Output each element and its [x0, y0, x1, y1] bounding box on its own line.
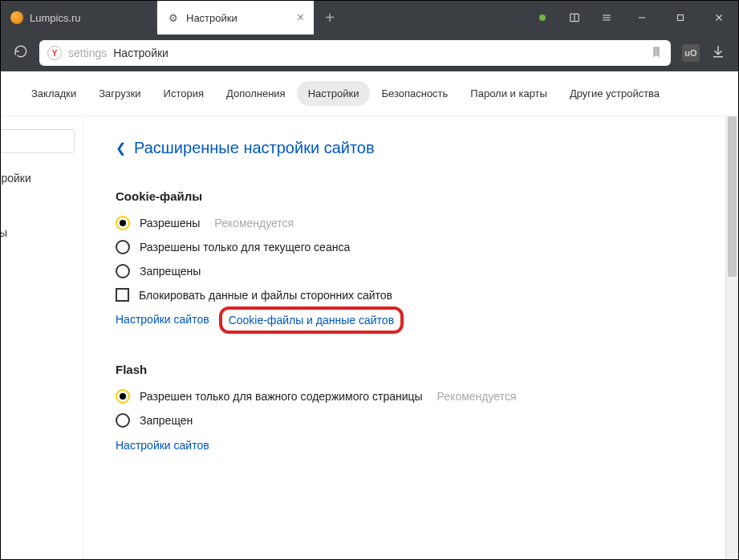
- titlebar: Lumpics.ru ⚙ Настройки × +: [1, 1, 738, 34]
- tab-title: Lumpics.ru: [30, 12, 81, 24]
- site-settings-link[interactable]: Настройки сайтов: [116, 439, 209, 452]
- close-tab-icon[interactable]: ×: [297, 10, 304, 25]
- window-controls: [526, 1, 738, 34]
- flash-section: Flash Разрешен только для важного содерж…: [116, 363, 706, 452]
- main-pane: ❮ Расширенные настройки сайтов Cookie-фа…: [83, 116, 738, 559]
- radio-icon: [116, 240, 130, 254]
- chevron-left-icon: ❮: [116, 140, 126, 156]
- page-title: Расширенные настройки сайтов: [134, 139, 375, 157]
- option-label: Разрешен только для важного содержимого …: [140, 390, 423, 403]
- tab-settings[interactable]: ⚙ Настройки ×: [157, 1, 314, 34]
- flash-option-important[interactable]: Разрешен только для важного содержимого …: [116, 389, 706, 404]
- highlighted-link: Cookie-файлы и данные сайтов: [229, 313, 394, 327]
- new-tab-button[interactable]: +: [314, 1, 346, 34]
- section-title: Cookie-файлы: [116, 189, 706, 203]
- site-settings-link[interactable]: Настройки сайтов: [116, 313, 209, 327]
- status-indicator: [526, 1, 558, 34]
- radio-icon: [116, 216, 130, 230]
- favicon-lumpics: [10, 11, 23, 24]
- yandex-icon: Y: [47, 46, 62, 60]
- nav-settings[interactable]: Настройки: [297, 81, 371, 106]
- nav-addons[interactable]: Дополнения: [215, 81, 297, 106]
- nav-history[interactable]: История: [152, 81, 215, 106]
- tab-title: Настройки: [186, 12, 238, 24]
- cookies-option-allow[interactable]: Разрешены Рекомендуется: [116, 216, 706, 230]
- scrollbar-thumb[interactable]: [728, 116, 737, 277]
- sidebar-search[interactable]: к: [1, 129, 75, 153]
- nav-devices[interactable]: Другие устройства: [558, 81, 671, 106]
- panes: к ие настройки рфейс рументы ы емные ❮ Р…: [1, 116, 738, 559]
- sidebar-item[interactable]: ие настройки: [1, 164, 83, 192]
- minimize-button[interactable]: [623, 1, 661, 34]
- option-label: Запрещен: [140, 414, 193, 427]
- radio-icon: [116, 389, 130, 404]
- reload-icon[interactable]: [14, 44, 28, 62]
- tab-lumpics[interactable]: Lumpics.ru: [1, 1, 157, 34]
- sidebar-item[interactable]: ы: [1, 246, 83, 274]
- option-label: Разрешены только для текущего сеанса: [140, 241, 350, 254]
- cookies-option-block[interactable]: Запрещены: [116, 264, 706, 278]
- address-prefix: settings: [68, 47, 107, 59]
- option-label: Разрешены: [140, 217, 200, 229]
- nav-security[interactable]: Безопасность: [370, 81, 459, 106]
- bookmark-bar-icon[interactable]: [558, 1, 591, 34]
- maximize-button[interactable]: [661, 1, 700, 34]
- nav-bookmarks[interactable]: Закладки: [20, 81, 87, 106]
- address-bar: Y settings Настройки uO: [1, 34, 738, 71]
- recommended-label: Рекомендуется: [214, 217, 294, 229]
- radio-icon: [116, 413, 130, 428]
- top-nav: Закладки Загрузки История Дополнения Нас…: [1, 71, 738, 116]
- checkbox-icon: [116, 288, 129, 302]
- cookies-links: Настройки сайтов Cookie-файлы и данные с…: [116, 313, 706, 327]
- cookies-option-session[interactable]: Разрешены только для текущего сеанса: [116, 240, 706, 254]
- sidebar: к ие настройки рфейс рументы ы емные: [1, 116, 83, 559]
- flash-option-block[interactable]: Запрещен: [116, 413, 706, 428]
- menu-icon[interactable]: [591, 1, 623, 34]
- section-title: Flash: [116, 363, 706, 376]
- sidebar-item[interactable]: рументы: [1, 219, 83, 246]
- nav-downloads[interactable]: Загрузки: [87, 81, 152, 106]
- content-area: Закладки Загрузки История Дополнения Нас…: [1, 71, 738, 559]
- radio-icon: [116, 264, 130, 278]
- ublock-icon[interactable]: uO: [682, 44, 700, 62]
- back-link[interactable]: ❮ Расширенные настройки сайтов: [116, 139, 706, 157]
- checkbox-label: Блокировать данные и файлы сторонних сай…: [139, 289, 392, 302]
- gear-icon: ⚙: [167, 11, 180, 24]
- option-label: Запрещены: [140, 265, 201, 278]
- address-field[interactable]: Y settings Настройки: [39, 40, 671, 66]
- scrollbar-track[interactable]: [725, 116, 738, 559]
- sidebar-item[interactable]: емные: [1, 274, 83, 301]
- cookies-section: Cookie-файлы Разрешены Рекомендуется Раз…: [116, 189, 706, 327]
- flash-links: Настройки сайтов: [116, 439, 706, 452]
- sidebar-item[interactable]: рфейс: [1, 192, 83, 219]
- nav-passwords[interactable]: Пароли и карты: [459, 81, 558, 106]
- cookies-block-thirdparty[interactable]: Блокировать данные и файлы сторонних сай…: [116, 288, 706, 302]
- close-window-button[interactable]: [700, 1, 738, 34]
- cookie-data-link[interactable]: Cookie-файлы и данные сайтов: [229, 314, 394, 327]
- download-icon[interactable]: [711, 44, 725, 62]
- address-text: Настройки: [113, 47, 169, 59]
- recommended-label: Рекомендуется: [437, 390, 517, 403]
- svg-rect-6: [678, 15, 684, 21]
- bookmark-icon[interactable]: [650, 46, 663, 61]
